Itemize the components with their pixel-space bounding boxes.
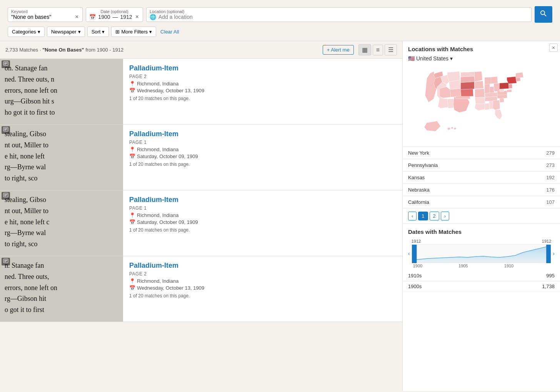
clear-all-button[interactable]: Clear All <box>158 27 181 37</box>
decade-row[interactable]: 1900s 1,738 <box>403 281 560 292</box>
newspaper-thumb-icon <box>2 258 10 265</box>
state-list: New York 279 Pennsylvania 273 Kansas 192… <box>403 147 560 209</box>
date-to[interactable]: 1912 <box>120 14 132 20</box>
result-location: 📍 Richmond, Indiana <box>129 81 396 87</box>
state-row[interactable]: Kansas 192 <box>403 172 560 184</box>
result-info: Palladium-Item PAGE 2 📍 Richmond, Indian… <box>123 59 402 124</box>
svg-rect-20 <box>546 245 551 263</box>
date-from[interactable]: 1900 <box>98 14 110 20</box>
sort-button[interactable]: Sort ▾ <box>87 27 109 37</box>
chart-right-label: 1912 <box>542 239 551 244</box>
result-date: 📅 Wednesday, October 13, 1909 <box>129 285 396 291</box>
location-filter-label: United States <box>416 55 448 62</box>
search-header: Keyword × Date (optional) 📅 1900 — 1912 … <box>0 0 560 41</box>
state-row[interactable]: Nebraska 176 <box>403 184 560 196</box>
alert-button[interactable]: + Alert me <box>323 45 354 55</box>
state-row[interactable]: California 107 <box>403 196 560 209</box>
united-states-filter-button[interactable]: 🇺🇸 United States ▾ <box>408 55 453 62</box>
result-date: 📅 Wednesday, October 13, 1909 <box>129 88 396 93</box>
result-thumbnail[interactable]: stealing, Gibso nt out, Miller to e hit,… <box>0 190 123 256</box>
keyword-field: Keyword × <box>8 7 83 22</box>
date-clear-button[interactable]: × <box>135 14 140 20</box>
location-pin-icon: 📍 <box>129 278 135 284</box>
keyword-label: Keyword <box>11 9 79 14</box>
chart-prev-button[interactable]: ‹ <box>408 250 410 257</box>
query-text: "None On Bases" <box>42 47 84 53</box>
categories-button[interactable]: Categories ▾ <box>8 27 45 37</box>
state-name: New York <box>408 150 429 156</box>
date-from-result: 1900 <box>97 47 108 53</box>
results-count-text: 2,733 Matches · "None On Bases" from 190… <box>5 47 123 53</box>
newspaper-button[interactable]: Newspaper ▾ <box>47 27 85 37</box>
search-button[interactable] <box>535 6 552 23</box>
svg-rect-19 <box>412 245 417 263</box>
result-title[interactable]: Palladium-Item <box>129 64 396 72</box>
result-info: Palladium-Item PAGE 1 📍 Richmond, Indian… <box>123 125 402 190</box>
list-view-icon: ≡ <box>376 47 380 53</box>
result-info: Palladium-Item PAGE 2 📍 Richmond, Indian… <box>123 256 402 322</box>
count-number: 2,733 <box>5 47 18 53</box>
state-name: Kansas <box>408 175 425 180</box>
svg-line-1 <box>544 14 546 16</box>
result-thumbnail[interactable]: stealing, Gibso nt out, Miller to e hit,… <box>0 125 123 190</box>
categories-label: Categories <box>12 29 36 35</box>
list-view-button[interactable]: ≡ <box>373 45 383 55</box>
result-page: PAGE 1 <box>129 140 396 145</box>
newspaper-thumb-icon <box>2 60 10 68</box>
result-location: 📍 Richmond, Indiana <box>129 212 396 218</box>
result-matches: 1 of 20 matches on this page. <box>129 96 396 101</box>
us-flag-icon: 🇺🇸 <box>408 55 415 62</box>
compact-view-button[interactable]: ☰ <box>385 44 397 55</box>
right-sidebar: × Locations with Matches 🇺🇸 United State… <box>402 41 560 391</box>
decade-count: 995 <box>546 273 555 279</box>
result-title[interactable]: Palladium-Item <box>129 262 396 270</box>
state-count: 279 <box>546 150 555 156</box>
grid-view-button[interactable]: ▦ <box>358 44 371 55</box>
results-summary: 2,733 Matches · "None On Bases" from 190… <box>5 47 123 53</box>
chart-next-button[interactable]: › <box>553 250 555 257</box>
result-date: 📅 Saturday, October 09, 1909 <box>129 219 396 225</box>
keyword-input[interactable] <box>11 14 73 20</box>
search-icon <box>540 10 547 17</box>
next-page-button[interactable]: › <box>441 212 449 220</box>
page-2-button[interactable]: 2 <box>430 212 439 220</box>
newspaper-label: Newspaper <box>51 29 77 35</box>
location-pin-icon: 📍 <box>129 212 135 218</box>
results-header: 2,733 Matches · "None On Bases" from 190… <box>0 41 402 59</box>
us-map-container <box>403 65 560 147</box>
sort-chevron-icon: ▾ <box>102 29 105 35</box>
decade-row[interactable]: 1910s 995 <box>403 270 560 281</box>
date-chart: ‹ 1912 1912 <box>403 237 560 270</box>
categories-chevron-icon: ▾ <box>38 29 40 35</box>
calendar-result-icon: 📅 <box>129 153 135 159</box>
result-matches: 1 of 20 matches on this page. <box>129 293 396 299</box>
thumbnail-text: stealing, Gibso nt out, Miller to e hit,… <box>0 190 123 256</box>
result-thumbnail[interactable]: n. Stanage fan ned. Three outs, errors, … <box>0 256 123 322</box>
main-layout: 2,733 Matches · "None On Bases" from 190… <box>0 41 560 391</box>
sort-label: Sort <box>92 29 101 35</box>
state-count: 107 <box>546 199 555 205</box>
decade-count: 1,738 <box>542 284 555 289</box>
result-item: n. Stanage fan ned. Three outs, errors, … <box>0 256 402 322</box>
result-title[interactable]: Palladium-Item <box>129 196 396 204</box>
result-page: PAGE 2 <box>129 74 396 79</box>
filter-grid-icon: ⊞ <box>115 29 120 35</box>
location-input[interactable] <box>158 14 528 20</box>
state-count: 192 <box>546 175 555 180</box>
location-label: Location (optional) <box>150 9 528 14</box>
result-title[interactable]: Palladium-Item <box>129 130 396 138</box>
sidebar-close-button[interactable]: × <box>549 43 558 52</box>
location-filter-chevron-icon: ▾ <box>450 55 453 62</box>
result-thumbnail[interactable]: on. Stanage fan ned. Three outs, n error… <box>0 59 123 124</box>
calendar-icon: 📅 <box>89 14 96 20</box>
date-to-result: 1912 <box>112 47 123 53</box>
keyword-clear-button[interactable]: × <box>74 14 79 20</box>
page-1-button[interactable]: 1 <box>418 212 428 220</box>
thumbnail-text: stealing, Gibso nt out, Miller to e hit,… <box>0 125 123 190</box>
more-filters-button[interactable]: ⊞ More Filters ▾ <box>111 27 156 37</box>
prev-page-button[interactable]: ‹ <box>408 212 417 220</box>
state-row[interactable]: New York 279 <box>403 147 560 159</box>
state-row[interactable]: Pennsylvania 273 <box>403 159 560 172</box>
date-chart-svg <box>412 245 551 263</box>
result-item: stealing, Gibso nt out, Miller to e hit,… <box>0 125 402 190</box>
